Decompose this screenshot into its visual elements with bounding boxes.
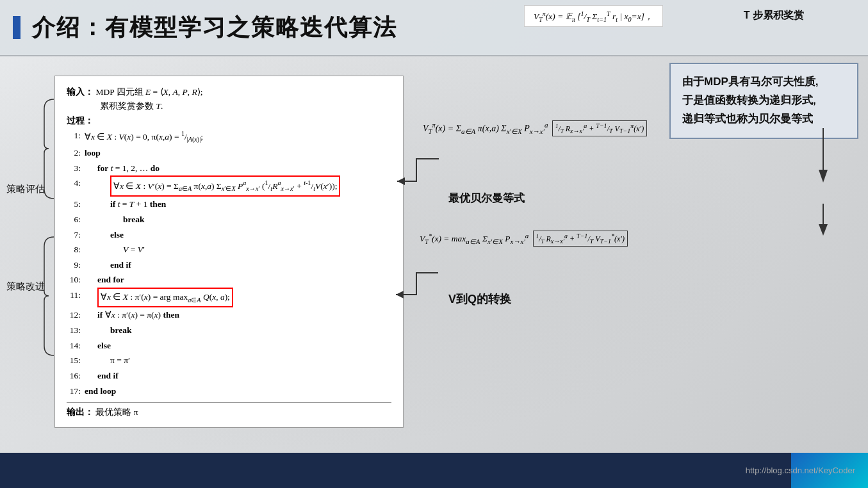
vq-label: V到Q的转换 [448, 291, 511, 307]
algo-line-10: 10: end for [67, 272, 391, 288]
algo-line-2: 2: loop [67, 145, 391, 161]
arrow-down-2 [814, 204, 833, 242]
algo-line-1: 1: ∀x ∈ X : V(x) = 0, π(x,a) = 1/|A(x)|; [67, 128, 391, 145]
arrow-left-2 [389, 268, 441, 303]
algo-line-14: 14: else [67, 338, 391, 354]
formula-vt-star: VT*(x) = maxa∈A Σx′∈X Px→x′a 1/T Rx→x′a … [420, 231, 858, 247]
algo-line-16: 16: end if [67, 368, 391, 384]
algo-line-4: 4: ∀x ∈ X : V′(x) = Σa∈A π(x,a) Σx′∈X Pa… [67, 175, 391, 197]
algo-line-8: 8: V = V′ [67, 242, 391, 257]
algo-line-15: 15: π = π′ [67, 353, 391, 368]
slide-title: 介绍：有模型学习之策略迭代算法 [32, 12, 397, 44]
formula-vt-recursive: VTπ(x) = Σa∈A π(x,a) Σx′∈X Px→x′a 1/T Rx… [423, 120, 858, 136]
optimal-bellman-label: 最优贝尔曼等式 [448, 191, 525, 206]
algo-line-11: 11: ∀x ∈ X : π′(x) = arg maxa∈A Q(x, a); [67, 288, 391, 307]
algo-line-17: 17: end loop [67, 384, 391, 399]
process-label: 过程： [67, 115, 391, 127]
algo-line-12: 12: if ∀x : π′(x) = π(x) then [67, 307, 391, 323]
header-accent [13, 16, 20, 39]
algo-output: 输出： 最优策略 π [67, 407, 391, 418]
top-formula-text: VTπ(x) = 𝔼π [1/T Σt=1T rt | x0=x]， [534, 12, 653, 21]
slide-container: 介绍：有模型学习之策略迭代算法 VTπ(x) = 𝔼π [1/T Σt=1T r… [0, 0, 868, 488]
input-text2: 累积奖赏参数 T. [67, 101, 163, 111]
header-bar: 介绍：有模型学习之策略迭代算法 [0, 0, 868, 56]
algo-line-3: 3: for t = 1, 2, … do [67, 161, 391, 176]
policy-improve-brace [41, 234, 57, 359]
algo-divider [67, 402, 391, 403]
policy-improve-label: 策略改进 [6, 281, 45, 293]
algo-line-5: 5: if t = T + 1 then [67, 197, 391, 212]
algo-line-9: 9: end if [67, 257, 391, 273]
footer: http://blog.csdn.net/KeyCoder [0, 453, 868, 488]
policy-eval-brace [41, 96, 57, 202]
highlight-line-11: ∀x ∈ X : π′(x) = arg maxa∈A Q(x, a); [97, 288, 233, 307]
input-label: 输入： [67, 87, 94, 97]
highlight-line-4: ∀x ∈ X : V′(x) = Σa∈A π(x,a) Σx′∈X Pax→x… [110, 175, 340, 197]
arrow-down-1 [814, 128, 833, 192]
footer-url: http://blog.csdn.net/KeyCoder [746, 466, 855, 475]
input-text: MDP 四元组 E = ⟨X, A, P, R⟩; [95, 87, 202, 97]
svg-marker-1 [819, 170, 828, 183]
algo-line-7: 7: else [67, 227, 391, 243]
algo-line-6: 6: break [67, 212, 391, 227]
top-formula-box: VTπ(x) = 𝔼π [1/T Σt=1T rt | x0=x]， [524, 5, 663, 27]
top-formula-label: T 步累积奖赏 [744, 9, 804, 22]
policy-eval-label: 策略评估 [6, 183, 45, 195]
algo-input: 输入： MDP 四元组 E = ⟨X, A, P, R⟩; 累积奖赏参数 T. [67, 85, 391, 113]
arrow-left-1 [391, 152, 442, 191]
svg-marker-3 [819, 224, 828, 236]
algorithm-box: 输入： MDP 四元组 E = ⟨X, A, P, R⟩; 累积奖赏参数 T. … [54, 76, 404, 428]
algo-line-13: 13: break [67, 323, 391, 338]
